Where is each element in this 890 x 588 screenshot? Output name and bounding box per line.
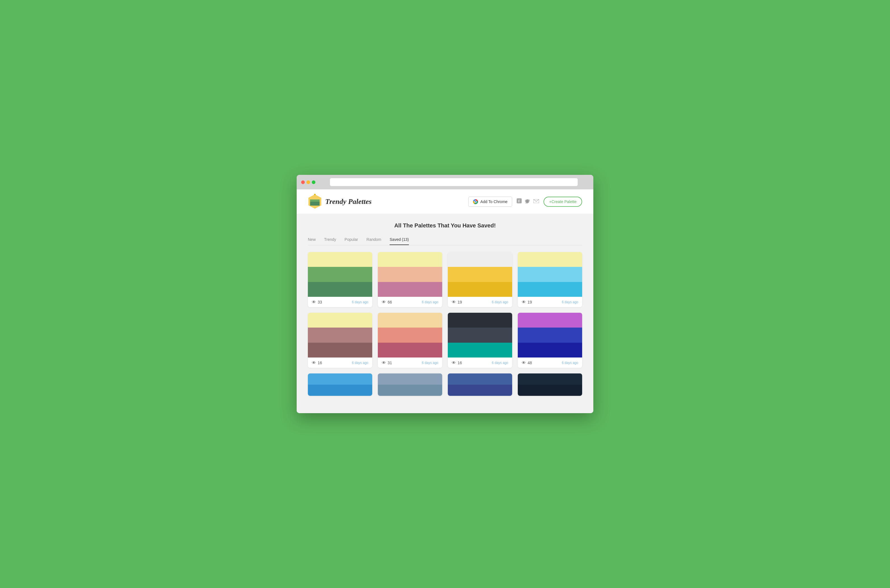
create-palette-button[interactable]: +Create Palette <box>544 196 582 207</box>
views-number: 16 <box>318 361 322 365</box>
time-ago: 6 days ago <box>422 300 438 304</box>
color-swatch <box>448 267 512 282</box>
palette-card[interactable]: 👁 19 6 days ago <box>448 252 512 307</box>
view-count: 👁 31 <box>382 360 392 365</box>
palette-info: 👁 66 6 days ago <box>378 297 442 307</box>
palette-swatches <box>308 252 372 297</box>
time-ago: 6 days ago <box>352 300 368 304</box>
views-number: 19 <box>458 300 462 304</box>
color-swatch <box>518 328 582 342</box>
color-swatch <box>378 313 442 328</box>
palette-card[interactable]: 👁 19 6 days ago <box>518 252 582 307</box>
view-count: 👁 33 <box>312 300 322 304</box>
color-swatch <box>308 267 372 282</box>
nav-actions: Add To Chrome f 𝕏 <box>468 196 582 207</box>
eye-icon: 👁 <box>522 300 526 304</box>
tab-random[interactable]: Random <box>366 237 381 245</box>
tab-saved[interactable]: Saved (13) <box>389 237 409 245</box>
eye-icon: 👁 <box>382 300 386 304</box>
social-icons: f 𝕏 <box>517 198 539 205</box>
partial-row <box>308 374 582 396</box>
palette-info: 👁 33 6 days ago <box>308 297 372 307</box>
color-swatch <box>308 343 372 357</box>
page-title: All The Palettes That You Have Saved! <box>308 222 582 229</box>
svg-point-7 <box>475 201 477 202</box>
color-swatch <box>518 267 582 282</box>
minimize-button[interactable] <box>307 180 310 184</box>
email-icon[interactable] <box>534 199 539 204</box>
eye-icon: 👁 <box>452 360 456 365</box>
eye-icon: 👁 <box>312 360 316 365</box>
tab-trendy[interactable]: Trendy <box>324 237 336 245</box>
color-swatch <box>518 374 582 385</box>
views-number: 16 <box>458 361 462 365</box>
color-swatch <box>448 385 512 396</box>
brand: Trendy Palettes <box>308 194 372 209</box>
palette-card[interactable]: 👁 16 6 days ago <box>448 313 512 368</box>
browser-window: Trendy Palettes Add To Chrome <box>297 175 593 413</box>
palette-info: 👁 16 6 days ago <box>448 357 512 368</box>
color-swatch <box>308 374 372 385</box>
palette-card[interactable]: 👁 31 6 days ago <box>378 313 442 368</box>
color-swatch <box>448 374 512 385</box>
partial-swatches <box>518 374 582 396</box>
view-count: 👁 16 <box>312 360 322 365</box>
add-to-chrome-label: Add To Chrome <box>480 200 507 204</box>
browser-titlebar <box>297 175 593 189</box>
partial-swatches <box>378 374 442 396</box>
palette-info: 👁 48 6 days ago <box>518 357 582 368</box>
partial-palette-card[interactable] <box>518 374 582 396</box>
palette-swatches <box>518 313 582 357</box>
color-swatch <box>378 267 442 282</box>
palette-swatches <box>448 252 512 297</box>
eye-icon: 👁 <box>452 300 456 304</box>
facebook-icon[interactable]: f <box>517 198 522 205</box>
view-count: 👁 19 <box>452 300 462 304</box>
views-number: 48 <box>528 361 532 365</box>
color-swatch <box>448 313 512 328</box>
eye-icon: 👁 <box>312 300 316 304</box>
twitter-icon[interactable]: 𝕏 <box>525 198 530 205</box>
view-count: 👁 66 <box>382 300 392 304</box>
partial-swatches <box>308 374 372 396</box>
palette-info: 👁 19 6 days ago <box>448 297 512 307</box>
address-bar[interactable] <box>330 178 578 186</box>
color-swatch <box>308 328 372 342</box>
palette-card[interactable]: 👁 66 6 days ago <box>378 252 442 307</box>
palette-card[interactable]: 👁 16 6 days ago <box>308 313 372 368</box>
color-swatch <box>518 343 582 357</box>
palette-card[interactable]: 👁 33 6 days ago <box>308 252 372 307</box>
views-number: 19 <box>528 300 532 304</box>
view-count: 👁 16 <box>452 360 462 365</box>
tab-popular[interactable]: Popular <box>344 237 358 245</box>
add-to-chrome-button[interactable]: Add To Chrome <box>468 196 512 207</box>
partial-palette-card[interactable] <box>448 374 512 396</box>
color-swatch <box>518 252 582 267</box>
svg-rect-1 <box>310 200 320 202</box>
palette-swatches <box>378 313 442 357</box>
color-swatch <box>448 343 512 357</box>
palette-swatches <box>308 313 372 357</box>
time-ago: 6 days ago <box>562 300 578 304</box>
svg-rect-2 <box>310 202 320 206</box>
color-swatch <box>378 385 442 396</box>
svg-text:𝕏: 𝕏 <box>526 199 528 203</box>
time-ago: 6 days ago <box>352 361 368 365</box>
eye-icon: 👁 <box>522 360 526 365</box>
time-ago: 6 days ago <box>492 300 508 304</box>
time-ago: 6 days ago <box>422 361 438 365</box>
tab-new[interactable]: New <box>308 237 316 245</box>
partial-palette-card[interactable] <box>378 374 442 396</box>
views-number: 33 <box>318 300 322 304</box>
close-button[interactable] <box>301 180 305 184</box>
palette-card[interactable]: 👁 48 6 days ago <box>518 313 582 368</box>
tabs: New Trendy Popular Random Saved (13) <box>308 237 582 245</box>
maximize-button[interactable] <box>312 180 316 184</box>
color-swatch <box>518 385 582 396</box>
views-number: 66 <box>388 300 392 304</box>
palette-swatches <box>378 252 442 297</box>
partial-palette-card[interactable] <box>308 374 372 396</box>
color-swatch <box>448 328 512 342</box>
views-number: 31 <box>388 361 392 365</box>
color-swatch <box>448 252 512 267</box>
